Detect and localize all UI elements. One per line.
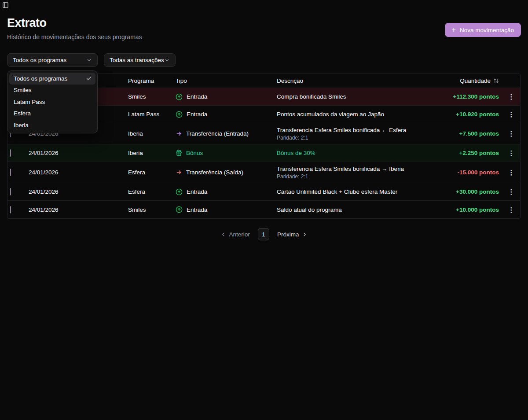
page-header: Extrato Histórico de movimentações dos s… (7, 16, 521, 41)
type-label: Entrada (187, 188, 207, 195)
description: Saldo atual do programa (277, 206, 422, 213)
column-header-amount[interactable]: Quantidade (428, 77, 502, 84)
row-date: 24/01/2026 (29, 188, 128, 195)
programs-dropdown: Todos os programas Smiles Latam Pass Esf… (7, 70, 98, 133)
option-label: Iberia (14, 122, 29, 129)
amount: +30.000 pontos (428, 188, 502, 195)
programs-select[interactable]: Todos os programas (7, 53, 98, 67)
type-label: Transferência (Saída) (186, 169, 243, 176)
kebab-menu-icon[interactable]: ⋮ (506, 168, 517, 177)
pagination-next[interactable]: Próxima (277, 231, 308, 238)
panel-left-icon[interactable] (2, 2, 528, 8)
dropdown-option[interactable]: Todos os programas (9, 73, 95, 85)
arrow-up-circle-icon (176, 206, 183, 213)
pagination-previous[interactable]: Anterior (220, 231, 250, 238)
table-row: 24/01/2026 Esfera Entrada Cartão Unlimit… (7, 183, 520, 201)
dropdown-option[interactable]: Esfera (9, 108, 95, 120)
page-title: Extrato (7, 16, 142, 30)
pagination: Anterior 1 Próxima (7, 228, 521, 240)
new-movement-button[interactable]: + Nova movimentação (445, 23, 521, 37)
type-label: Entrada (187, 111, 207, 118)
new-movement-button-label: Nova movimentação (460, 27, 514, 33)
check-icon (86, 75, 92, 81)
top-bar (0, 0, 528, 11)
row-date: 24/01/2026 (29, 150, 128, 156)
arrow-up-circle-icon (176, 93, 183, 100)
description: Cartão Unlimited Black + Clube esfera Ma… (277, 188, 422, 195)
arrow-up-circle-icon (176, 111, 183, 118)
plus-icon: + (452, 26, 456, 33)
page-subtitle: Histórico de movimentações dos seus prog… (7, 33, 142, 41)
row-date: 24/01/2026 (29, 206, 128, 213)
type-label: Entrada (187, 206, 207, 213)
chevron-right-icon (302, 232, 308, 237)
description: Transferencia Esfera Smiles bonificada ←… (277, 127, 422, 133)
option-label: Todos os programas (14, 75, 67, 82)
amount: +112.300 pontos (428, 93, 502, 100)
row-program: Esfera (128, 169, 176, 176)
description: Compra bonificada Smiles (277, 93, 422, 100)
kebab-menu-icon[interactable]: ⋮ (506, 110, 517, 118)
arrow-up-down-icon (493, 78, 499, 84)
description: Bônus de 30% (277, 150, 422, 156)
row-checkbox[interactable] (10, 149, 11, 157)
programs-select-value: Todos os programas (13, 57, 66, 63)
description-sub: Paridade: 2:1 (277, 135, 422, 141)
amount: +10.000 pontos (428, 206, 502, 213)
dropdown-option[interactable]: Smiles (9, 85, 95, 96)
pagination-previous-label: Anterior (229, 231, 250, 238)
row-program: Iberia (128, 150, 176, 156)
pagination-page-1[interactable]: 1 (258, 228, 269, 240)
pagination-next-label: Próxima (277, 231, 299, 238)
chevron-down-icon (164, 57, 170, 63)
description: Transferencia Esfera Smiles bonificada →… (277, 166, 422, 172)
option-label: Smiles (14, 87, 32, 93)
table-row: 24/01/2026 Iberia Bônus Bônus de 30% +2.… (7, 144, 520, 162)
filters-bar: Todos os programas Todas as transações (7, 53, 521, 67)
type-label: Bônus (186, 150, 203, 156)
kebab-menu-icon[interactable]: ⋮ (506, 92, 517, 101)
amount: +2.250 pontos (428, 150, 502, 156)
transactions-select-value: Todas as transações (110, 57, 164, 63)
dropdown-option[interactable]: Latam Pass (9, 96, 95, 108)
column-header-program: Programa (128, 77, 176, 84)
row-date: 24/01/2026 (29, 169, 128, 176)
row-program: Iberia (128, 130, 176, 137)
row-program: Smiles (128, 93, 176, 100)
column-header-type: Tipo (176, 77, 277, 84)
arrow-right-icon (176, 130, 182, 137)
chevron-left-icon (220, 232, 226, 237)
amount: -15.000 pontos (428, 169, 502, 176)
arrow-up-circle-icon (176, 188, 183, 195)
kebab-menu-icon[interactable]: ⋮ (506, 206, 517, 214)
row-checkbox[interactable] (10, 169, 11, 176)
option-label: Latam Pass (14, 99, 45, 105)
row-checkbox[interactable] (10, 188, 11, 195)
amount: +7.500 pontos (428, 130, 502, 137)
column-header-description: Descrição (277, 77, 428, 84)
kebab-menu-icon[interactable]: ⋮ (506, 188, 517, 196)
row-program: Esfera (128, 188, 176, 195)
option-label: Esfera (14, 110, 31, 117)
kebab-menu-icon[interactable]: ⋮ (506, 129, 517, 138)
dropdown-option[interactable]: Iberia (9, 119, 95, 131)
chevron-down-icon (86, 57, 92, 63)
transactions-select[interactable]: Todas as transações (104, 53, 176, 67)
row-program: Smiles (128, 206, 176, 213)
table-row: 24/01/2026 Esfera Transferência (Saída) … (7, 162, 520, 183)
kebab-menu-icon[interactable]: ⋮ (506, 149, 517, 157)
type-label: Transferência (Entrada) (186, 130, 249, 137)
arrow-right-icon (176, 169, 182, 176)
row-checkbox[interactable] (10, 206, 11, 214)
amount: +10.920 pontos (428, 111, 502, 118)
gift-icon (176, 150, 182, 156)
row-program: Latam Pass (128, 111, 176, 118)
type-label: Entrada (187, 93, 207, 100)
description: Pontos acumulados da viagem ao Japão (277, 111, 422, 118)
description-sub: Paridade: 2:1 (277, 173, 422, 180)
table-row: 24/01/2026 Smiles Entrada Saldo atual do… (7, 201, 520, 218)
